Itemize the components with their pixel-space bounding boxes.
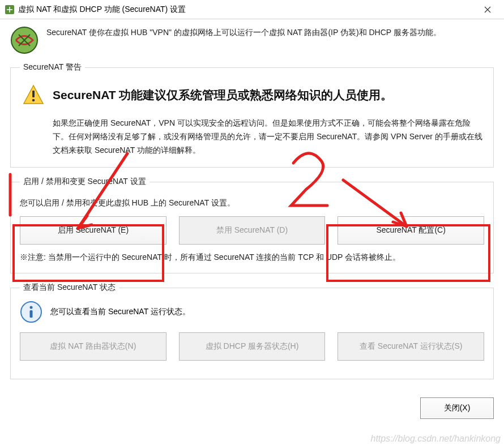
dhcp-server-status-button: 虚拟 DHCP 服务器状态(H) [179, 332, 326, 361]
warning-body: 如果您正确使用 SecureNAT，VPN 可以实现安全的远程访问。但是如果使用… [53, 117, 484, 157]
securenat-config-button[interactable]: SecureNAT 配置(C) [338, 216, 484, 245]
close-button[interactable]: 关闭(X) [420, 397, 494, 419]
svg-rect-2 [32, 91, 35, 97]
config-note: ※注意: 当禁用一个运行中的 SecureNAT 时，所有通过 SecureNA… [20, 253, 484, 263]
titlebar: 虚拟 NAT 和虚拟 DHCP 功能 (SecureNAT) 设置 [0, 0, 504, 19]
svg-rect-6 [30, 310, 33, 318]
warning-icon [22, 84, 45, 106]
status-legend: 查看当前 SecureNAT 状态 [20, 283, 119, 293]
warning-legend: SecureNAT 警告 [20, 62, 85, 72]
disable-securenat-button: 禁用 SecureNAT (D) [179, 216, 326, 245]
intro-text: SecureNAT 使你在虚拟 HUB "VPN" 的虚拟网络上可以运行一个虚拟… [46, 26, 441, 38]
svg-point-5 [30, 306, 33, 309]
config-group: 启用 / 禁用和变更 SecureNAT 设置 您可以启用 / 禁用和变更此虚拟… [10, 177, 494, 273]
securenat-icon [10, 26, 39, 54]
config-desc: 您可以启用 / 禁用和变更此虚拟 HUB 上的 SecureNAT 设置。 [20, 198, 484, 208]
intro-section: SecureNAT 使你在虚拟 HUB "VPN" 的虚拟网络上可以运行一个虚拟… [10, 26, 494, 54]
window-close-button[interactable] [475, 1, 501, 18]
status-desc: 您可以查看当前 SecureNAT 运行状态。 [50, 307, 190, 317]
nat-router-status-button: 虚拟 NAT 路由器状态(N) [20, 332, 166, 361]
watermark: https://blog.csdn.net/hankinkong [371, 434, 501, 444]
window-title: 虚拟 NAT 和虚拟 DHCP 功能 (SecureNAT) 设置 [18, 5, 475, 15]
status-group: 查看当前 SecureNAT 状态 您可以查看当前 SecureNAT 运行状态… [10, 283, 494, 379]
footer: 关闭(X) [0, 394, 504, 426]
info-icon [20, 301, 42, 323]
config-legend: 启用 / 禁用和变更 SecureNAT 设置 [20, 177, 150, 187]
securenat-runtime-status-button: 查看 SecureNAT 运行状态(S) [338, 332, 484, 361]
enable-securenat-button[interactable]: 启用 SecureNAT (E) [20, 216, 166, 245]
warning-group: SecureNAT 警告 SecureNAT 功能建议仅系统管理员或熟悉网络知识… [10, 62, 494, 168]
svg-point-3 [32, 99, 35, 102]
app-icon [5, 5, 15, 15]
warning-title: SecureNAT 功能建议仅系统管理员或熟悉网络知识的人员使用。 [53, 87, 392, 103]
